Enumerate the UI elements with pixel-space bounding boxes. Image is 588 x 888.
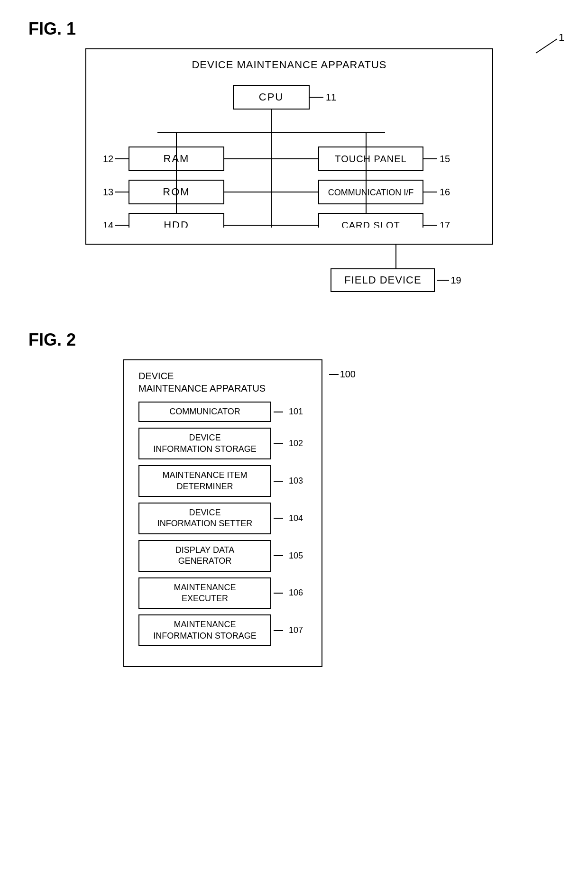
svg-text:1: 1 <box>559 34 564 43</box>
fig2-item-box-6: MAINTENANCE INFORMATION STORAGE <box>138 614 271 646</box>
fig2-section: FIG. 2 DEVICE MAINTENANCE APPARATUS COMM… <box>28 330 560 667</box>
fig2-item-row: DEVICE INFORMATION STORAGE102 <box>138 428 307 459</box>
fig2-ref-103: 103 <box>289 476 303 486</box>
svg-text:17: 17 <box>440 220 450 228</box>
fig2-item-row: MAINTENANCE ITEM DETERMINER103 <box>138 465 307 497</box>
svg-text:13: 13 <box>103 187 113 197</box>
device-maintenance-box: DEVICE MAINTENANCE APPARATUS CPU 11 RAM <box>85 48 493 245</box>
field-device-box: FIELD DEVICE <box>331 268 435 292</box>
fig2-ref-106: 106 <box>289 588 303 598</box>
fig2-item-row: DISPLAY DATA GENERATOR105 <box>138 540 307 572</box>
fig2-item-row: DEVICE INFORMATION SETTER104 <box>138 503 307 534</box>
fig2-ref-101: 101 <box>289 407 303 417</box>
svg-text:12: 12 <box>103 154 113 164</box>
fig2-ref-102: 102 <box>289 439 303 449</box>
fig2-ref-104: 104 <box>289 513 303 523</box>
fig2-item-box-1: DEVICE INFORMATION STORAGE <box>138 428 271 459</box>
fig2-item-box-0: COMMUNICATOR <box>138 402 271 422</box>
svg-text:COMMUNICATION I/F: COMMUNICATION I/F <box>328 188 414 197</box>
svg-text:TOUCH PANEL: TOUCH PANEL <box>335 154 406 164</box>
fig2-items-container: COMMUNICATOR101DEVICE INFORMATION STORAG… <box>138 402 307 646</box>
svg-text:CPU: CPU <box>259 91 284 103</box>
svg-text:14: 14 <box>103 220 113 228</box>
svg-line-0 <box>536 39 557 53</box>
fig2-item-box-3: DEVICE INFORMATION SETTER <box>138 503 271 534</box>
fig1-section: FIG. 1 1 DEVICE MAINTENANCE APPARATUS CP… <box>28 19 560 292</box>
field-device-vline <box>395 245 396 268</box>
fig2-box-title: DEVICE MAINTENANCE APPARATUS <box>138 370 307 394</box>
svg-text:16: 16 <box>440 187 450 197</box>
fig2-ref-105: 105 <box>289 551 303 561</box>
svg-text:11: 11 <box>326 92 336 102</box>
fig2-ref-107: 107 <box>289 625 303 635</box>
field-device-ref: 19 <box>450 275 461 286</box>
field-device-connector: FIELD DEVICE 19 <box>232 245 560 292</box>
fig1-label: FIG. 1 <box>28 19 560 39</box>
fig1-diagram: CPU 11 RAM 12 ROM <box>101 81 470 228</box>
device-maintenance-title: DEVICE MAINTENANCE APPARATUS <box>101 59 478 71</box>
fig2-item-box-5: MAINTENANCE EXECUTER <box>138 577 271 609</box>
field-device-row: FIELD DEVICE 19 <box>331 268 461 292</box>
svg-text:HDD: HDD <box>164 219 189 228</box>
fig1-ref-1: 1 <box>531 34 569 61</box>
fig2-main-box: DEVICE MAINTENANCE APPARATUS COMMUNICATO… <box>123 359 322 667</box>
fig2-item-row: MAINTENANCE EXECUTER106 <box>138 577 307 609</box>
svg-text:15: 15 <box>440 154 450 164</box>
svg-text:CARD SLOT: CARD SLOT <box>341 220 400 228</box>
fig2-item-row: MAINTENANCE INFORMATION STORAGE107 <box>138 614 307 646</box>
fig2-ref-100: 100 <box>329 369 356 380</box>
fig2-item-box-4: DISPLAY DATA GENERATOR <box>138 540 271 572</box>
fig2-item-box-2: MAINTENANCE ITEM DETERMINER <box>138 465 271 497</box>
fig2-label: FIG. 2 <box>28 330 560 350</box>
fig2-item-row: COMMUNICATOR101 <box>138 402 307 422</box>
